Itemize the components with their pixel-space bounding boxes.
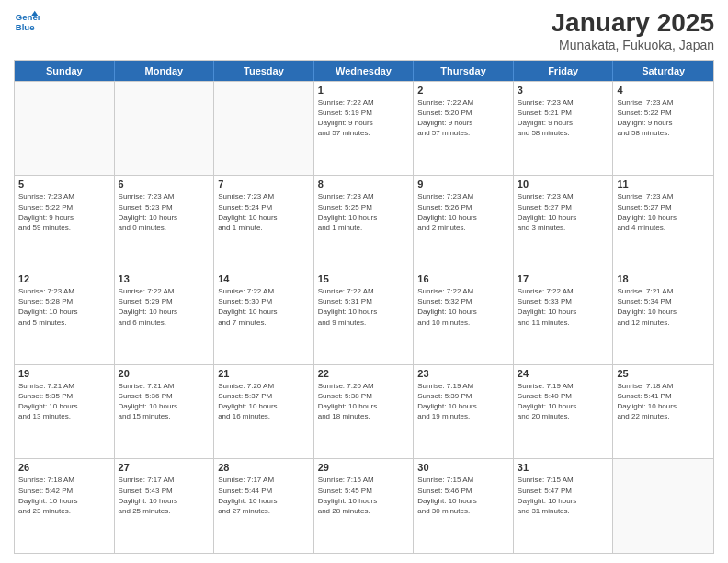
header-tuesday: Tuesday	[214, 61, 314, 81]
day-number: 29	[318, 462, 410, 473]
day-number: 2	[417, 85, 509, 96]
day-info: Sunrise: 7:22 AM Sunset: 5:33 PM Dayligh…	[518, 286, 609, 327]
day-number: 17	[518, 273, 609, 284]
table-row: 1Sunrise: 7:22 AM Sunset: 5:19 PM Daylig…	[314, 82, 415, 176]
table-row: 21Sunrise: 7:20 AM Sunset: 5:37 PM Dayli…	[214, 365, 314, 459]
day-info: Sunrise: 7:18 AM Sunset: 5:41 PM Dayligh…	[617, 381, 710, 422]
day-number: 11	[617, 178, 710, 190]
day-number: 1	[318, 85, 410, 96]
table-row: 23Sunrise: 7:19 AM Sunset: 5:39 PM Dayli…	[414, 365, 514, 459]
day-number: 9	[417, 178, 509, 190]
table-row: 9Sunrise: 7:23 AM Sunset: 5:26 PM Daylig…	[414, 176, 514, 270]
logo: General Blue	[14, 9, 40, 35]
calendar-title: January 2025	[552, 9, 714, 38]
day-number: 12	[18, 273, 110, 284]
calendar-body: 1Sunrise: 7:22 AM Sunset: 5:19 PM Daylig…	[15, 81, 713, 553]
table-row: 6Sunrise: 7:23 AM Sunset: 5:23 PM Daylig…	[115, 176, 215, 270]
day-info: Sunrise: 7:23 AM Sunset: 5:23 PM Dayligh…	[119, 191, 210, 233]
table-row: 19Sunrise: 7:21 AM Sunset: 5:35 PM Dayli…	[15, 365, 115, 459]
day-info: Sunrise: 7:22 AM Sunset: 5:31 PM Dayligh…	[318, 286, 410, 327]
header: General Blue January 2025 Munakata, Fuku…	[14, 9, 714, 52]
day-number: 19	[18, 368, 110, 379]
day-number: 8	[318, 178, 410, 190]
day-info: Sunrise: 7:22 AM Sunset: 5:30 PM Dayligh…	[218, 286, 310, 327]
day-info: Sunrise: 7:22 AM Sunset: 5:29 PM Dayligh…	[119, 286, 210, 327]
day-info: Sunrise: 7:21 AM Sunset: 5:35 PM Dayligh…	[18, 381, 110, 422]
day-info: Sunrise: 7:22 AM Sunset: 5:20 PM Dayligh…	[417, 98, 509, 139]
header-thursday: Thursday	[414, 61, 514, 81]
day-number: 13	[119, 273, 210, 284]
day-number: 27	[119, 462, 210, 473]
calendar: Sunday Monday Tuesday Wednesday Thursday…	[14, 60, 714, 554]
day-info: Sunrise: 7:22 AM Sunset: 5:19 PM Dayligh…	[318, 98, 410, 139]
day-info: Sunrise: 7:23 AM Sunset: 5:21 PM Dayligh…	[518, 98, 609, 139]
table-row: 3Sunrise: 7:23 AM Sunset: 5:21 PM Daylig…	[514, 82, 614, 176]
table-row: 13Sunrise: 7:22 AM Sunset: 5:29 PM Dayli…	[115, 270, 215, 364]
table-row: 11Sunrise: 7:23 AM Sunset: 5:27 PM Dayli…	[613, 176, 713, 270]
day-number: 7	[218, 178, 310, 190]
header-wednesday: Wednesday	[314, 61, 415, 81]
header-friday: Friday	[514, 61, 614, 81]
page: General Blue January 2025 Munakata, Fuku…	[0, 0, 728, 563]
table-row: 4Sunrise: 7:23 AM Sunset: 5:22 PM Daylig…	[613, 82, 713, 176]
table-row: 14Sunrise: 7:22 AM Sunset: 5:30 PM Dayli…	[214, 270, 314, 364]
day-number: 20	[119, 368, 210, 379]
table-row: 26Sunrise: 7:18 AM Sunset: 5:42 PM Dayli…	[15, 459, 115, 553]
cal-week-4: 19Sunrise: 7:21 AM Sunset: 5:35 PM Dayli…	[15, 364, 713, 459]
table-row: 12Sunrise: 7:23 AM Sunset: 5:28 PM Dayli…	[15, 270, 115, 364]
day-info: Sunrise: 7:20 AM Sunset: 5:38 PM Dayligh…	[318, 381, 410, 422]
cal-week-2: 5Sunrise: 7:23 AM Sunset: 5:22 PM Daylig…	[15, 175, 713, 270]
calendar-subtitle: Munakata, Fukuoka, Japan	[552, 38, 714, 52]
day-info: Sunrise: 7:18 AM Sunset: 5:42 PM Dayligh…	[18, 475, 110, 516]
cal-week-1: 1Sunrise: 7:22 AM Sunset: 5:19 PM Daylig…	[15, 81, 713, 176]
table-row: 16Sunrise: 7:22 AM Sunset: 5:32 PM Dayli…	[414, 270, 514, 364]
day-number: 30	[417, 462, 509, 473]
title-block: January 2025 Munakata, Fukuoka, Japan	[552, 9, 714, 52]
day-number: 3	[518, 85, 609, 96]
table-row: 7Sunrise: 7:23 AM Sunset: 5:24 PM Daylig…	[214, 176, 314, 270]
table-row: 17Sunrise: 7:22 AM Sunset: 5:33 PM Dayli…	[514, 270, 614, 364]
day-number: 15	[318, 273, 410, 284]
table-row: 28Sunrise: 7:17 AM Sunset: 5:44 PM Dayli…	[214, 459, 314, 553]
day-info: Sunrise: 7:23 AM Sunset: 5:22 PM Dayligh…	[18, 191, 110, 233]
day-number: 31	[518, 462, 609, 473]
day-number: 18	[617, 273, 710, 284]
day-number: 10	[518, 178, 609, 190]
day-info: Sunrise: 7:19 AM Sunset: 5:40 PM Dayligh…	[518, 381, 609, 422]
day-info: Sunrise: 7:23 AM Sunset: 5:25 PM Dayligh…	[318, 191, 410, 233]
day-number: 26	[18, 462, 110, 473]
header-monday: Monday	[115, 61, 215, 81]
day-info: Sunrise: 7:15 AM Sunset: 5:46 PM Dayligh…	[417, 475, 509, 516]
svg-text:Blue: Blue	[16, 22, 35, 32]
table-row	[115, 82, 215, 176]
table-row: 15Sunrise: 7:22 AM Sunset: 5:31 PM Dayli…	[314, 270, 415, 364]
logo-icon: General Blue	[14, 9, 40, 35]
table-row: 10Sunrise: 7:23 AM Sunset: 5:27 PM Dayli…	[514, 176, 614, 270]
table-row: 5Sunrise: 7:23 AM Sunset: 5:22 PM Daylig…	[15, 176, 115, 270]
day-number: 23	[417, 368, 509, 379]
day-info: Sunrise: 7:23 AM Sunset: 5:27 PM Dayligh…	[617, 191, 710, 233]
cal-week-5: 26Sunrise: 7:18 AM Sunset: 5:42 PM Dayli…	[15, 458, 713, 553]
day-info: Sunrise: 7:21 AM Sunset: 5:34 PM Dayligh…	[617, 286, 710, 327]
table-row: 20Sunrise: 7:21 AM Sunset: 5:36 PM Dayli…	[115, 365, 215, 459]
table-row: 27Sunrise: 7:17 AM Sunset: 5:43 PM Dayli…	[115, 459, 215, 553]
table-row	[214, 82, 314, 176]
day-info: Sunrise: 7:17 AM Sunset: 5:43 PM Dayligh…	[119, 475, 210, 516]
day-info: Sunrise: 7:23 AM Sunset: 5:28 PM Dayligh…	[18, 286, 110, 327]
table-row: 30Sunrise: 7:15 AM Sunset: 5:46 PM Dayli…	[414, 459, 514, 553]
day-number: 24	[518, 368, 609, 379]
day-info: Sunrise: 7:21 AM Sunset: 5:36 PM Dayligh…	[119, 381, 210, 422]
table-row: 22Sunrise: 7:20 AM Sunset: 5:38 PM Dayli…	[314, 365, 415, 459]
table-row	[613, 459, 713, 553]
day-info: Sunrise: 7:22 AM Sunset: 5:32 PM Dayligh…	[417, 286, 509, 327]
day-number: 14	[218, 273, 310, 284]
day-info: Sunrise: 7:15 AM Sunset: 5:47 PM Dayligh…	[518, 475, 609, 516]
day-number: 25	[617, 368, 710, 379]
day-info: Sunrise: 7:23 AM Sunset: 5:22 PM Dayligh…	[617, 98, 710, 139]
day-number: 21	[218, 368, 310, 379]
day-info: Sunrise: 7:23 AM Sunset: 5:26 PM Dayligh…	[417, 191, 509, 233]
day-number: 4	[617, 85, 710, 96]
table-row: 2Sunrise: 7:22 AM Sunset: 5:20 PM Daylig…	[414, 82, 514, 176]
day-info: Sunrise: 7:19 AM Sunset: 5:39 PM Dayligh…	[417, 381, 509, 422]
table-row: 29Sunrise: 7:16 AM Sunset: 5:45 PM Dayli…	[314, 459, 415, 553]
